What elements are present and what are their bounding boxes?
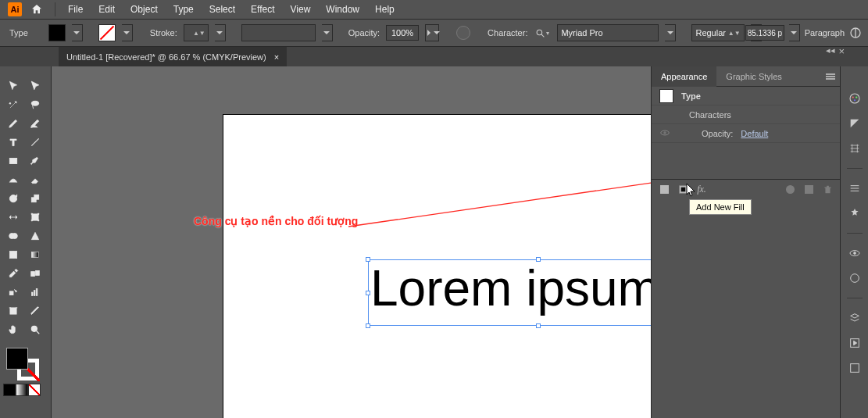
home-icon[interactable] — [30, 2, 44, 16]
svg-point-59 — [850, 274, 859, 283]
fill-swatch[interactable] — [48, 24, 66, 41]
rotate-tool[interactable] — [3, 190, 23, 207]
menu-window[interactable]: Window — [318, 0, 367, 20]
rectangle-tool[interactable] — [3, 152, 23, 170]
appearance-row-characters[interactable]: Characters — [652, 105, 840, 124]
svg-point-58 — [853, 252, 855, 255]
shape-builder-tool[interactable] — [3, 227, 23, 245]
add-fill-icon[interactable] — [677, 184, 689, 196]
blend-tool[interactable] — [25, 265, 45, 282]
color-mode-solid[interactable] — [3, 384, 16, 396]
eraser-tool[interactable] — [25, 171, 45, 188]
brushes-panel-icon[interactable] — [846, 140, 863, 157]
clear-appearance-icon — [784, 184, 796, 196]
paintbrush-tool[interactable] — [25, 152, 45, 170]
menu-select[interactable]: Select — [202, 0, 243, 20]
tab-graphic-styles[interactable]: Graphic Styles — [716, 66, 791, 87]
fill-stroke-indicator[interactable] — [3, 348, 47, 379]
brush-field[interactable] — [241, 24, 316, 41]
stroke-panel-icon[interactable] — [846, 180, 863, 197]
opacity-field[interactable] — [386, 25, 419, 41]
color-mode-gradient[interactable] — [16, 384, 28, 396]
svg-point-11 — [38, 213, 39, 215]
symbols-panel-icon[interactable] — [846, 205, 863, 222]
appearance-panel-icon[interactable] — [846, 270, 863, 287]
svg-point-29 — [31, 326, 37, 331]
stroke-weight-dropdown[interactable] — [215, 24, 226, 41]
document-tab[interactable]: Untitled-1 [Recovered]* @ 66.67 % (CMYK/… — [59, 47, 287, 66]
stroke-weight-field[interactable]: ▲▼ — [184, 24, 209, 41]
menu-object[interactable]: Object — [123, 0, 166, 20]
shaper-tool[interactable] — [3, 171, 23, 188]
font-family-field[interactable] — [557, 24, 659, 41]
libraries-panel-icon[interactable] — [846, 309, 863, 327]
hand-tool[interactable] — [3, 321, 23, 338]
gradient-tool[interactable] — [25, 246, 45, 263]
direct-selection-tool[interactable] — [25, 77, 45, 95]
mesh-tool[interactable] — [3, 246, 23, 263]
symbol-sprayer-tool[interactable] — [3, 284, 23, 301]
font-size-field[interactable] — [745, 25, 784, 41]
selection-tool[interactable] — [3, 77, 23, 95]
stroke-swatch[interactable] — [98, 24, 116, 41]
svg-rect-26 — [10, 308, 16, 314]
curvature-tool[interactable] — [25, 115, 45, 132]
layers-panel-icon[interactable] — [846, 245, 863, 262]
font-family-dropdown[interactable] — [665, 24, 676, 41]
magic-wand-tool[interactable] — [3, 96, 23, 113]
color-panel-icon[interactable] — [846, 90, 863, 107]
opacity-dropdown[interactable] — [425, 24, 439, 41]
width-tool[interactable] — [3, 209, 23, 226]
swatches-panel-icon[interactable] — [846, 115, 863, 132]
appearance-row-opacity[interactable]: Opacity: Default — [652, 124, 840, 143]
brush-dropdown[interactable] — [322, 24, 333, 41]
menu-effect[interactable]: Effect — [243, 0, 282, 20]
add-stroke-icon[interactable] — [658, 184, 670, 196]
selected-text-object[interactable]: Lorem ipsum — [368, 259, 651, 326]
free-transform-tool[interactable] — [25, 209, 45, 226]
fill-dropdown[interactable] — [72, 24, 83, 41]
recolor-button[interactable] — [456, 26, 470, 40]
align-icon[interactable] — [849, 27, 862, 39]
svg-rect-20 — [31, 272, 35, 277]
slice-tool[interactable] — [25, 302, 45, 320]
add-effect-icon[interactable]: fx. — [695, 184, 708, 196]
panel-menu-icon[interactable] — [821, 66, 840, 86]
menu-edit[interactable]: Edit — [91, 0, 123, 20]
appearance-footer: fx. — [652, 179, 840, 199]
visibility-eye-icon[interactable] — [659, 127, 672, 140]
export-panel-icon[interactable] — [846, 334, 863, 352]
panel-close-icon[interactable]: × — [838, 45, 845, 57]
font-size-dropdown[interactable] — [789, 24, 800, 41]
menu-type[interactable]: Type — [166, 0, 202, 20]
scale-tool[interactable] — [25, 190, 45, 207]
type-tool[interactable] — [3, 134, 23, 151]
canvas-area[interactable]: Lorem ipsum Công cụ tạo nền cho đối tượn… — [52, 66, 651, 418]
workspace: Lorem ipsum Công cụ tạo nền cho đối tượn… — [0, 66, 868, 418]
perspective-tool[interactable] — [25, 227, 45, 245]
opacity-row-value[interactable]: Default — [741, 129, 768, 138]
svg-point-10 — [31, 213, 33, 215]
eyedropper-tool[interactable] — [3, 265, 23, 282]
appearance-row-type[interactable]: Type — [652, 87, 840, 105]
menu-view[interactable]: View — [283, 0, 319, 20]
column-graph-tool[interactable] — [25, 284, 45, 301]
artboard-tool[interactable] — [3, 302, 23, 320]
svg-line-1 — [542, 34, 545, 37]
document-tab-title: Untitled-1 [Recovered]* @ 66.67 % (CMYK/… — [66, 52, 266, 62]
zoom-tool[interactable] — [25, 321, 45, 338]
panel-collapse-arrows-icon[interactable]: ◂◂ — [826, 45, 835, 57]
tab-appearance[interactable]: Appearance — [652, 66, 716, 87]
opacity-label: Opacity: — [348, 28, 380, 38]
asset-panel-icon[interactable] — [846, 359, 863, 377]
pen-tool[interactable] — [3, 115, 23, 132]
color-mode-none[interactable] — [28, 384, 41, 396]
lasso-tool[interactable] — [25, 96, 45, 113]
line-tool[interactable] — [25, 134, 45, 151]
stroke-dropdown[interactable] — [122, 24, 133, 41]
close-tab-icon[interactable]: × — [274, 52, 279, 62]
menu-file[interactable]: File — [60, 0, 91, 20]
font-search-icon[interactable]: ▾ — [534, 24, 551, 41]
svg-point-35 — [661, 130, 670, 135]
menu-help[interactable]: Help — [367, 0, 402, 20]
